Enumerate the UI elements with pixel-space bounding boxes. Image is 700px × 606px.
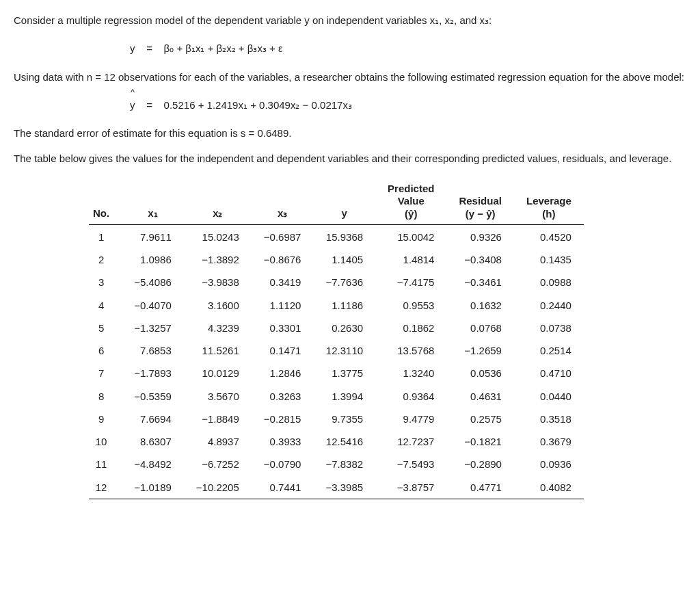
cell-x1: −1.3257: [122, 317, 184, 339]
cell-y: −7.8382: [313, 453, 375, 475]
cell-x2: −10.2205: [184, 476, 252, 499]
cell-y: −7.7636: [313, 271, 375, 293]
cell-predicted: 15.0042: [375, 224, 446, 248]
cell-predicted: 9.4779: [375, 408, 446, 430]
cell-residual: −0.2890: [446, 453, 514, 475]
cell-no: 11: [89, 453, 122, 475]
eq-lhs: y: [130, 42, 135, 54]
cell-y: 9.7355: [313, 408, 375, 430]
col-leverage: Leverage (h): [514, 179, 584, 225]
cell-predicted: 1.3240: [375, 362, 446, 384]
cell-x2: 3.5670: [184, 385, 252, 408]
estimated-equation: y = 0.5216 + 1.2419x₁ + 0.3049x₂ − 0.021…: [130, 97, 686, 113]
cell-no: 7: [89, 362, 122, 384]
cell-x3: −0.6987: [252, 224, 314, 248]
cell-predicted: 0.9364: [375, 385, 446, 408]
cell-leverage: 0.4520: [514, 224, 584, 248]
cell-predicted: 1.4814: [375, 248, 446, 271]
problem-intro-2: Using data with n = 12 observations for …: [14, 69, 686, 85]
cell-leverage: 0.1435: [514, 248, 584, 271]
cell-no: 1: [89, 224, 122, 248]
standard-error-line: The standard error of estimate for this …: [14, 125, 686, 141]
cell-x1: −4.8492: [122, 453, 184, 475]
cell-predicted: −7.5493: [375, 453, 446, 475]
cell-leverage: 0.0440: [514, 385, 584, 408]
eq-rhs: 0.5216 + 1.2419x₁ + 0.3049x₂ − 0.0217x₃: [164, 99, 352, 111]
cell-residual: −0.1821: [446, 430, 514, 453]
cell-residual: 0.1632: [446, 294, 514, 317]
cell-predicted: 0.9553: [375, 294, 446, 317]
eq-eq: =: [146, 42, 152, 54]
cell-y: 12.3110: [313, 339, 375, 362]
cell-x3: −0.0790: [252, 453, 314, 475]
col-x2: x₂: [184, 179, 252, 225]
cell-x1: 7.9611: [122, 224, 184, 248]
cell-x3: 1.2846: [252, 362, 314, 384]
cell-x2: 11.5261: [184, 339, 252, 362]
col-x3: x₃: [252, 179, 314, 225]
cell-x1: 7.6853: [122, 339, 184, 362]
cell-x2: 15.0243: [184, 224, 252, 248]
cell-x3: 0.3301: [252, 317, 314, 339]
table-row: 17.961115.0243−0.698715.936815.00420.932…: [89, 224, 584, 248]
cell-no: 5: [89, 317, 122, 339]
cell-x2: 4.3239: [184, 317, 252, 339]
cell-x3: 0.3933: [252, 430, 314, 453]
cell-x2: −6.7252: [184, 453, 252, 475]
cell-y: 1.1405: [313, 248, 375, 271]
cell-x3: 0.3419: [252, 271, 314, 293]
cell-no: 6: [89, 339, 122, 362]
cell-x1: −5.4086: [122, 271, 184, 293]
table-intro: The table below gives the values for the…: [14, 150, 686, 166]
data-table: No. x₁ x₂ x₃ y Predicted Value (ŷ): [89, 179, 584, 499]
col-predicted-symbol: (ŷ): [405, 208, 417, 220]
cell-leverage: 0.3679: [514, 430, 584, 453]
model-equation: y = β₀ + β₁x₁ + β₂x₂ + β₃x₃ + ε: [130, 40, 686, 56]
cell-leverage: 0.0738: [514, 317, 584, 339]
cell-residual: −1.2659: [446, 339, 514, 362]
col-residual-label: Residual: [459, 195, 502, 207]
col-no: No.: [89, 179, 122, 225]
cell-leverage: 0.3518: [514, 408, 584, 430]
table-row: 108.63074.89370.393312.541612.7237−0.182…: [89, 430, 584, 453]
cell-x2: −1.8849: [184, 408, 252, 430]
cell-x1: −1.7893: [122, 362, 184, 384]
table-row: 97.6694−1.8849−0.28159.73559.47790.25750…: [89, 408, 584, 430]
table-row: 3−5.4086−3.98380.3419−7.7636−7.4175−0.34…: [89, 271, 584, 293]
cell-x1: −0.5359: [122, 385, 184, 408]
cell-y: −3.3985: [313, 476, 375, 499]
cell-x1: −0.4070: [122, 294, 184, 317]
table-row: 12−1.0189−10.22050.7441−3.3985−3.87570.4…: [89, 476, 584, 499]
cell-x2: 4.8937: [184, 430, 252, 453]
table-row: 67.685311.52610.147112.311013.5768−1.265…: [89, 339, 584, 362]
table-row: 8−0.53593.56700.32631.39940.93640.46310.…: [89, 385, 584, 408]
cell-residual: 0.0536: [446, 362, 514, 384]
table-row: 11−4.8492−6.7252−0.0790−7.8382−7.5493−0.…: [89, 453, 584, 475]
cell-leverage: 0.2514: [514, 339, 584, 362]
cell-y: 15.9368: [313, 224, 375, 248]
problem-intro-1: Consider a multiple regression model of …: [14, 12, 686, 28]
cell-residual: 0.9326: [446, 224, 514, 248]
cell-y: 1.1186: [313, 294, 375, 317]
table-row: 21.0986−1.3892−0.86761.14051.4814−0.3408…: [89, 248, 584, 271]
table-row: 7−1.789310.01291.28461.37751.32400.05360…: [89, 362, 584, 384]
cell-residual: 0.4771: [446, 476, 514, 499]
cell-x3: 0.7441: [252, 476, 314, 499]
table-row: 4−0.40703.16001.11201.11860.95530.16320.…: [89, 294, 584, 317]
col-predicted-label2: Value: [398, 195, 425, 207]
cell-x3: −0.2815: [252, 408, 314, 430]
col-leverage-label: Leverage: [526, 195, 571, 207]
cell-no: 12: [89, 476, 122, 499]
cell-x3: 0.1471: [252, 339, 314, 362]
cell-residual: 0.2575: [446, 408, 514, 430]
cell-residual: 0.0768: [446, 317, 514, 339]
cell-x3: 1.1120: [252, 294, 314, 317]
cell-x1: 1.0986: [122, 248, 184, 271]
col-residual: Residual (y − ŷ): [446, 179, 514, 225]
cell-predicted: 0.1862: [375, 317, 446, 339]
cell-predicted: 12.7237: [375, 430, 446, 453]
cell-x2: −1.3892: [184, 248, 252, 271]
table-row: 5−1.32574.32390.33010.26300.18620.07680.…: [89, 317, 584, 339]
cell-no: 2: [89, 248, 122, 271]
cell-x2: 3.1600: [184, 294, 252, 317]
